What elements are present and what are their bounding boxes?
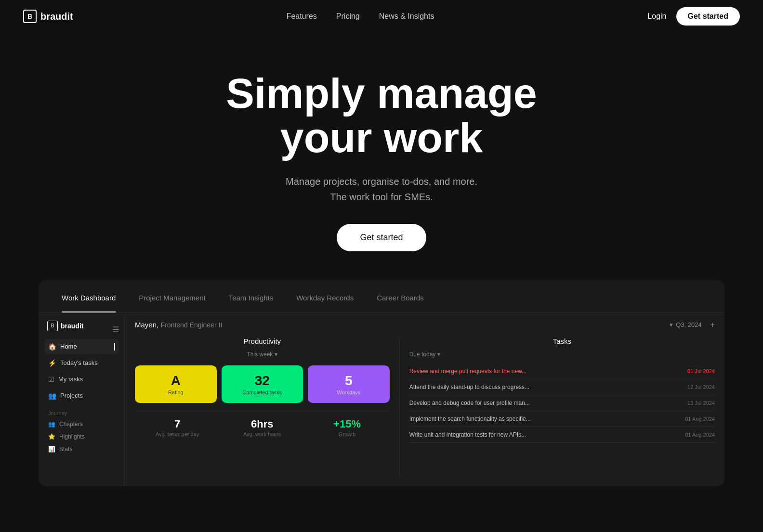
tab-team-insights[interactable]: Team Insights — [229, 294, 274, 312]
dashboard-inner: B braudit ☰ 🏠 Home ⚡ Today's tasks ☑ My … — [39, 313, 724, 486]
user-name: Mayen, — [135, 321, 158, 329]
task-date: 12 Jul 2024 — [687, 384, 715, 390]
rating-label: Rating — [142, 389, 210, 395]
completed-tasks-card: 32 Completed tasks — [222, 365, 303, 403]
sidebar-item-stats[interactable]: 📊 Stats — [44, 443, 119, 455]
task-text: Implement the search functionality as sp… — [409, 415, 682, 422]
workdays-value: 5 — [315, 373, 383, 389]
task-date: 01 Aug 2024 — [685, 416, 715, 422]
tab-work-dashboard[interactable]: Work Dashboard — [62, 294, 116, 312]
sidebar-logo[interactable]: B braudit — [44, 321, 86, 331]
lightning-icon: ⚡ — [48, 359, 56, 367]
tasks-filter[interactable]: Due today ▾ — [409, 351, 715, 358]
quarter-selector[interactable]: ▾ Q3, 2024 + — [670, 321, 715, 329]
growth-stat: +15% Growth — [304, 418, 389, 437]
growth-label: Growth — [304, 431, 389, 437]
table-row[interactable]: Develop and debug code for user profile … — [409, 395, 715, 411]
get-started-nav-button[interactable]: Get started — [676, 7, 740, 26]
table-row[interactable]: Implement the search functionality as sp… — [409, 411, 715, 427]
productivity-title: Productivity — [135, 337, 390, 345]
dashboard-sidebar: B braudit ☰ 🏠 Home ⚡ Today's tasks ☑ My … — [39, 313, 125, 486]
chapters-icon: 👥 — [48, 421, 55, 428]
sidebar-item-my-tasks[interactable]: ☑ My tasks — [44, 372, 119, 387]
hero-title: Simply manage your work — [23, 71, 740, 160]
sidebar-item-home[interactable]: 🏠 Home — [44, 339, 119, 354]
workdays-card: 5 Workdays — [308, 365, 390, 403]
projects-icon: 👥 — [48, 392, 56, 400]
nav-links: Features Pricing News & Insights — [287, 12, 434, 21]
dashboard-columns: Productivity This week ▾ A Rating 32 Com… — [135, 337, 715, 477]
logo[interactable]: B braudit — [23, 10, 73, 23]
home-icon: 🏠 — [48, 343, 56, 350]
sidebar-logo-icon: B — [47, 321, 58, 331]
journey-section-label: Journey — [44, 404, 119, 418]
nav-features[interactable]: Features — [287, 12, 317, 20]
task-text: Develop and debug code for user profile … — [409, 400, 684, 406]
star-icon: ⭐ — [48, 433, 55, 440]
user-role: Frontend Engineer II — [161, 321, 223, 329]
avg-tasks-stat: 7 Avg. tasks per day — [135, 418, 220, 437]
chevron-down-icon: ▾ — [670, 321, 673, 328]
tab-career-boards[interactable]: Career Boards — [377, 294, 424, 312]
logo-text: braudit — [40, 11, 73, 22]
productivity-column: Productivity This week ▾ A Rating 32 Com… — [135, 337, 400, 477]
task-date: 01 Aug 2024 — [685, 432, 715, 438]
avg-hours-value: 6hrs — [220, 418, 304, 430]
table-row[interactable]: Review and merge pull requests for the n… — [409, 363, 715, 379]
get-started-hero-button[interactable]: Get started — [337, 224, 426, 251]
hamburger-icon[interactable]: ☰ — [112, 325, 119, 334]
checkbox-icon: ☑ — [48, 376, 54, 383]
chart-icon: 📊 — [48, 446, 55, 453]
completed-tasks-value: 32 — [228, 373, 297, 389]
hero-subtitle: Manage projects, organise to-dos, and mo… — [23, 174, 740, 205]
stat-cards: A Rating 32 Completed tasks 5 Workdays — [135, 365, 390, 403]
sidebar-projects-label: Projects — [60, 392, 83, 399]
avg-tasks-label: Avg. tasks per day — [135, 431, 220, 437]
task-text: Write unit and integration tests for new… — [409, 431, 682, 438]
period-selector[interactable]: This week ▾ — [135, 351, 390, 358]
sidebar-logo-row: B braudit ☰ — [44, 321, 119, 339]
rating-value: A — [142, 373, 210, 389]
filter-chevron: ▾ — [437, 351, 440, 358]
user-info: Mayen, Frontend Engineer II — [135, 321, 222, 329]
active-indicator — [114, 343, 115, 350]
logo-icon: B — [23, 10, 37, 23]
period-chevron: ▾ — [275, 351, 277, 358]
sidebar-home-label: Home — [60, 343, 77, 350]
sidebar-item-projects[interactable]: 👥 Projects — [44, 388, 119, 403]
nav-pricing[interactable]: Pricing — [336, 12, 360, 20]
avg-hours-stat: 6hrs Avg. work hours — [220, 418, 304, 437]
dashboard-header: Mayen, Frontend Engineer II ▾ Q3, 2024 + — [135, 321, 715, 329]
bottom-stats: 7 Avg. tasks per day 6hrs Avg. work hour… — [135, 411, 390, 437]
completed-tasks-label: Completed tasks — [228, 389, 297, 395]
tabs-bar: Work Dashboard Project Management Team I… — [39, 280, 724, 313]
dashboard-preview: Work Dashboard Project Management Team I… — [39, 280, 724, 486]
task-date: 13 Jul 2024 — [687, 400, 715, 406]
sidebar-item-chapters[interactable]: 👥 Chapters — [44, 418, 119, 430]
rating-card: A Rating — [135, 365, 217, 403]
sidebar-today-label: Today's tasks — [60, 359, 98, 366]
growth-value: +15% — [304, 418, 389, 430]
login-button[interactable]: Login — [647, 12, 666, 21]
dashboard-main: Mayen, Frontend Engineer II ▾ Q3, 2024 +… — [125, 313, 724, 486]
navbar: B braudit Features Pricing News & Insigh… — [0, 0, 763, 33]
plus-icon[interactable]: + — [710, 321, 715, 329]
avg-tasks-value: 7 — [135, 418, 220, 430]
navbar-actions: Login Get started — [647, 7, 740, 26]
sidebar-item-today-tasks[interactable]: ⚡ Today's tasks — [44, 355, 119, 371]
table-row[interactable]: Attend the daily stand-up to discuss pro… — [409, 379, 715, 395]
avg-hours-label: Avg. work hours — [220, 431, 304, 437]
sidebar-mytasks-label: My tasks — [58, 376, 83, 383]
nav-news[interactable]: News & Insights — [379, 12, 434, 20]
tab-workday-records[interactable]: Workday Records — [296, 294, 354, 312]
workdays-label: Workdays — [315, 389, 383, 395]
tasks-column: Tasks Due today ▾ Review and merge pull … — [409, 337, 715, 477]
table-row[interactable]: Write unit and integration tests for new… — [409, 427, 715, 443]
tasks-title: Tasks — [409, 337, 715, 345]
hero-section: Simply manage your work Manage projects,… — [0, 33, 763, 280]
tab-project-management[interactable]: Project Management — [139, 294, 205, 312]
task-date: 01 Jul 2024 — [687, 368, 715, 374]
sidebar-item-highlights[interactable]: ⭐ Highlights — [44, 430, 119, 443]
sidebar-logo-text: braudit — [61, 322, 83, 330]
task-text: Attend the daily stand-up to discuss pro… — [409, 384, 684, 390]
